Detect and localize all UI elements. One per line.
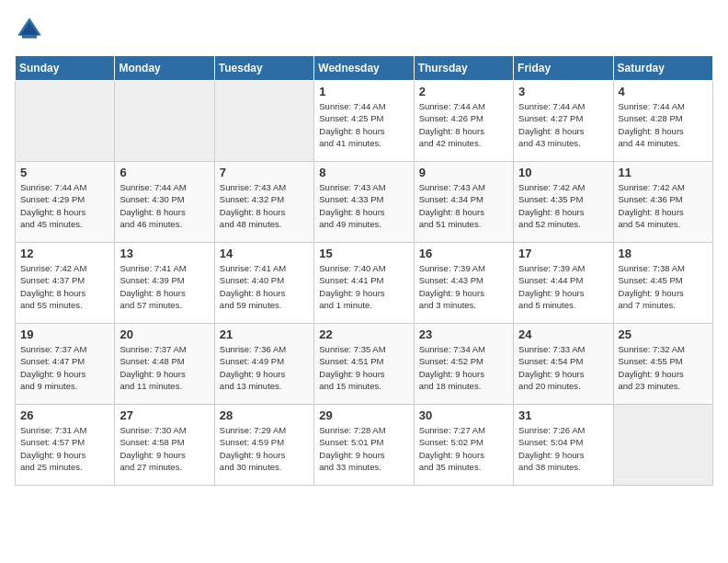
weekday-header: Tuesday (214, 56, 313, 81)
day-number: 10 (518, 166, 608, 179)
day-number: 16 (419, 247, 508, 260)
day-info: Sunrise: 7:32 AM Sunset: 4:55 PM Dayligh… (619, 343, 708, 392)
calendar-day-cell: 14Sunrise: 7:41 AM Sunset: 4:40 PM Dayli… (214, 243, 313, 324)
day-info: Sunrise: 7:35 AM Sunset: 4:51 PM Dayligh… (319, 343, 408, 392)
day-info: Sunrise: 7:43 AM Sunset: 4:33 PM Dayligh… (319, 181, 408, 230)
calendar-day-cell: 17Sunrise: 7:39 AM Sunset: 4:44 PM Dayli… (514, 243, 613, 324)
calendar-day-cell: 20Sunrise: 7:37 AM Sunset: 4:48 PM Dayli… (115, 324, 214, 405)
day-number: 9 (419, 166, 508, 179)
day-info: Sunrise: 7:31 AM Sunset: 4:57 PM Dayligh… (20, 424, 109, 473)
day-number: 14 (220, 247, 309, 260)
day-number: 3 (518, 85, 608, 98)
calendar-day-cell: 12Sunrise: 7:42 AM Sunset: 4:37 PM Dayli… (16, 243, 115, 324)
day-info: Sunrise: 7:29 AM Sunset: 4:59 PM Dayligh… (220, 424, 309, 473)
day-number: 12 (20, 247, 109, 260)
day-info: Sunrise: 7:34 AM Sunset: 4:52 PM Dayligh… (419, 343, 508, 392)
day-info: Sunrise: 7:42 AM Sunset: 4:37 PM Dayligh… (20, 262, 109, 311)
weekday-header: Saturday (613, 56, 712, 81)
day-number: 31 (518, 408, 608, 422)
day-number: 23 (419, 327, 508, 341)
day-info: Sunrise: 7:36 AM Sunset: 4:49 PM Dayligh… (220, 343, 309, 392)
calendar-header-row: SundayMondayTuesdayWednesdayThursdayFrid… (16, 56, 713, 81)
logo-icon (15, 15, 44, 44)
calendar-day-cell: 29Sunrise: 7:28 AM Sunset: 5:01 PM Dayli… (314, 405, 414, 486)
day-info: Sunrise: 7:28 AM Sunset: 5:01 PM Dayligh… (319, 424, 408, 473)
day-info: Sunrise: 7:27 AM Sunset: 5:02 PM Dayligh… (419, 424, 508, 473)
day-number: 6 (119, 166, 209, 179)
calendar-day-cell: 10Sunrise: 7:42 AM Sunset: 4:35 PM Dayli… (514, 162, 613, 243)
day-info: Sunrise: 7:39 AM Sunset: 4:43 PM Dayligh… (419, 262, 508, 311)
day-info: Sunrise: 7:41 AM Sunset: 4:39 PM Dayligh… (119, 262, 209, 311)
calendar-day-cell: 4Sunrise: 7:44 AM Sunset: 4:28 PM Daylig… (613, 81, 712, 162)
day-info: Sunrise: 7:26 AM Sunset: 5:04 PM Dayligh… (518, 424, 608, 473)
calendar-day-cell: 3Sunrise: 7:44 AM Sunset: 4:27 PM Daylig… (514, 81, 613, 162)
calendar-day-cell: 31Sunrise: 7:26 AM Sunset: 5:04 PM Dayli… (514, 405, 613, 486)
day-number: 1 (319, 85, 408, 98)
day-number: 22 (319, 327, 408, 341)
calendar-day-cell: 28Sunrise: 7:29 AM Sunset: 4:59 PM Dayli… (214, 405, 313, 486)
day-info: Sunrise: 7:39 AM Sunset: 4:44 PM Dayligh… (518, 262, 608, 311)
weekday-header: Monday (115, 56, 214, 81)
calendar-day-cell (115, 81, 214, 162)
calendar-day-cell: 13Sunrise: 7:41 AM Sunset: 4:39 PM Dayli… (115, 243, 214, 324)
calendar-day-cell: 22Sunrise: 7:35 AM Sunset: 4:51 PM Dayli… (314, 324, 414, 405)
calendar-week-row: 5Sunrise: 7:44 AM Sunset: 4:29 PM Daylig… (16, 162, 713, 243)
day-info: Sunrise: 7:44 AM Sunset: 4:25 PM Dayligh… (319, 100, 408, 149)
calendar-day-cell (613, 405, 712, 486)
calendar-day-cell: 1Sunrise: 7:44 AM Sunset: 4:25 PM Daylig… (314, 81, 414, 162)
calendar-day-cell: 16Sunrise: 7:39 AM Sunset: 4:43 PM Dayli… (414, 243, 513, 324)
calendar-day-cell: 23Sunrise: 7:34 AM Sunset: 4:52 PM Dayli… (414, 324, 513, 405)
calendar-day-cell: 26Sunrise: 7:31 AM Sunset: 4:57 PM Dayli… (16, 405, 115, 486)
calendar-day-cell: 27Sunrise: 7:30 AM Sunset: 4:58 PM Dayli… (115, 405, 214, 486)
day-info: Sunrise: 7:44 AM Sunset: 4:27 PM Dayligh… (518, 100, 608, 149)
day-number: 5 (20, 166, 109, 179)
day-number: 25 (619, 327, 708, 341)
day-info: Sunrise: 7:42 AM Sunset: 4:35 PM Dayligh… (518, 181, 608, 230)
calendar-day-cell: 24Sunrise: 7:33 AM Sunset: 4:54 PM Dayli… (514, 324, 613, 405)
day-number: 2 (419, 85, 508, 98)
day-number: 17 (518, 247, 608, 260)
day-info: Sunrise: 7:41 AM Sunset: 4:40 PM Dayligh… (220, 262, 309, 311)
calendar-day-cell: 18Sunrise: 7:38 AM Sunset: 4:45 PM Dayli… (613, 243, 712, 324)
day-number: 18 (619, 247, 708, 260)
calendar-day-cell (214, 81, 313, 162)
calendar-day-cell: 9Sunrise: 7:43 AM Sunset: 4:34 PM Daylig… (414, 162, 513, 243)
day-info: Sunrise: 7:43 AM Sunset: 4:32 PM Dayligh… (220, 181, 309, 230)
weekday-header: Sunday (16, 56, 115, 81)
day-info: Sunrise: 7:37 AM Sunset: 4:48 PM Dayligh… (119, 343, 209, 392)
day-number: 21 (220, 327, 309, 341)
calendar-table: SundayMondayTuesdayWednesdayThursdayFrid… (15, 55, 713, 486)
weekday-header: Thursday (414, 56, 513, 81)
calendar-day-cell: 21Sunrise: 7:36 AM Sunset: 4:49 PM Dayli… (214, 324, 313, 405)
calendar-day-cell: 6Sunrise: 7:44 AM Sunset: 4:30 PM Daylig… (115, 162, 214, 243)
day-number: 8 (319, 166, 408, 179)
calendar-day-cell: 30Sunrise: 7:27 AM Sunset: 5:02 PM Dayli… (414, 405, 513, 486)
day-number: 30 (419, 408, 508, 422)
calendar-day-cell: 5Sunrise: 7:44 AM Sunset: 4:29 PM Daylig… (16, 162, 115, 243)
day-number: 29 (319, 408, 408, 422)
day-number: 24 (518, 327, 608, 341)
day-number: 7 (220, 166, 309, 179)
calendar-day-cell: 2Sunrise: 7:44 AM Sunset: 4:26 PM Daylig… (414, 81, 513, 162)
day-number: 11 (619, 166, 708, 179)
day-number: 26 (20, 408, 109, 422)
day-info: Sunrise: 7:33 AM Sunset: 4:54 PM Dayligh… (518, 343, 608, 392)
day-info: Sunrise: 7:44 AM Sunset: 4:29 PM Dayligh… (20, 181, 109, 230)
day-number: 4 (619, 85, 708, 98)
day-info: Sunrise: 7:37 AM Sunset: 4:47 PM Dayligh… (20, 343, 109, 392)
calendar-day-cell: 7Sunrise: 7:43 AM Sunset: 4:32 PM Daylig… (214, 162, 313, 243)
day-info: Sunrise: 7:42 AM Sunset: 4:36 PM Dayligh… (619, 181, 708, 230)
weekday-header: Wednesday (314, 56, 414, 81)
day-number: 19 (20, 327, 109, 341)
day-info: Sunrise: 7:44 AM Sunset: 4:26 PM Dayligh… (419, 100, 508, 149)
calendar-day-cell: 15Sunrise: 7:40 AM Sunset: 4:41 PM Dayli… (314, 243, 414, 324)
calendar-day-cell: 11Sunrise: 7:42 AM Sunset: 4:36 PM Dayli… (613, 162, 712, 243)
day-info: Sunrise: 7:30 AM Sunset: 4:58 PM Dayligh… (119, 424, 209, 473)
day-number: 13 (119, 247, 209, 260)
page-header (15, 15, 713, 44)
calendar-week-row: 26Sunrise: 7:31 AM Sunset: 4:57 PM Dayli… (16, 405, 713, 486)
day-number: 20 (119, 327, 209, 341)
calendar-week-row: 1Sunrise: 7:44 AM Sunset: 4:25 PM Daylig… (16, 81, 713, 162)
calendar-week-row: 12Sunrise: 7:42 AM Sunset: 4:37 PM Dayli… (16, 243, 713, 324)
day-info: Sunrise: 7:44 AM Sunset: 4:30 PM Dayligh… (119, 181, 209, 230)
